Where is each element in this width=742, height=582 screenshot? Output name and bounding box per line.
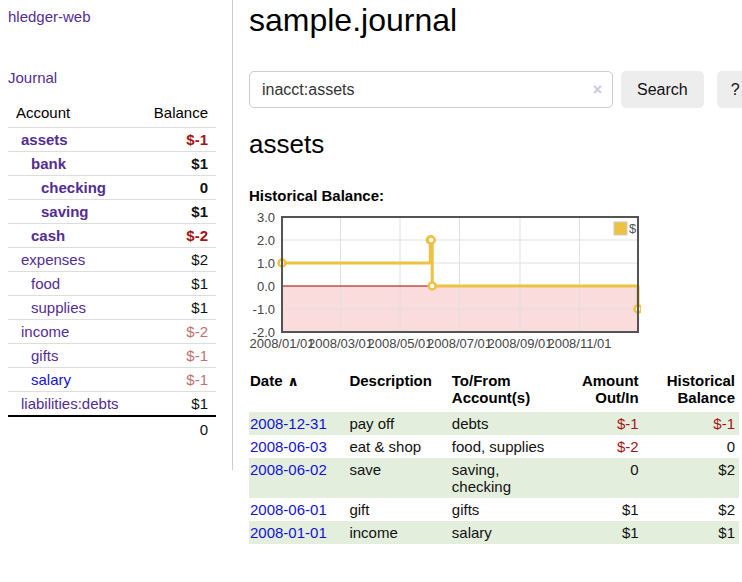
transaction-date-link[interactable]: 2008-12-31: [250, 415, 327, 432]
register-header-date[interactable]: Date∧: [249, 370, 345, 412]
register-date-cell: 2008-12-31: [249, 412, 345, 435]
y-axis-tick-label: 3.0: [257, 212, 275, 225]
register-date-cell: 2008-01-01: [249, 521, 345, 544]
accounts-table: Account Balance assets$-1bank$1checking0…: [8, 100, 216, 442]
sidebar-account-gifts[interactable]: gifts: [31, 347, 59, 364]
account-cell: bank: [8, 152, 135, 176]
register-row: 2008-12-31pay offdebts$-1$-1: [249, 412, 739, 435]
accounts-total-value: 0: [135, 416, 216, 442]
account-balance: $-1: [135, 128, 216, 152]
sidebar-account-liabilities-debts[interactable]: liabilities:debts: [21, 395, 119, 412]
account-row: bank$1: [8, 152, 216, 176]
account-cell: supplies: [8, 296, 135, 320]
account-cell: food: [8, 272, 135, 296]
x-axis-tick-label: 2008/05/01: [367, 336, 432, 351]
register-header-row: Date∧ Description To/From Account(s) Amo…: [249, 370, 739, 412]
account-balance: $-1: [135, 368, 216, 392]
register-header-balance: Historical Balance: [643, 370, 739, 412]
clear-search-icon[interactable]: ×: [593, 82, 602, 98]
account-cell: assets: [8, 128, 135, 152]
account-cell: checking: [8, 176, 135, 200]
sidebar-account-checking[interactable]: checking: [41, 179, 106, 196]
accounts-table-body: assets$-1bank$1checking0saving$1cash$-2e…: [8, 128, 216, 417]
account-cell: cash: [8, 224, 135, 248]
account-title: assets: [249, 129, 742, 160]
register-date-cell: 2008-06-01: [249, 498, 345, 521]
accounts-header-row: Account Balance: [8, 100, 216, 128]
register-row: 2008-06-02savesaving, checking0$2: [249, 458, 739, 498]
register-description: pay off: [345, 412, 447, 435]
register-accounts: saving, checking: [448, 458, 564, 498]
y-axis-tick-label: 0.0: [257, 279, 275, 294]
account-balance: $1: [135, 272, 216, 296]
register-balance: $1: [643, 521, 739, 544]
account-row: cash$-2: [8, 224, 216, 248]
account-row: checking0: [8, 176, 216, 200]
search-input[interactable]: [249, 71, 613, 108]
register-accounts: salary: [448, 521, 564, 544]
transaction-date-link[interactable]: 2008-06-03: [250, 438, 327, 455]
brand-link[interactable]: hledger-web: [8, 8, 91, 25]
sidebar-account-saving[interactable]: saving: [41, 203, 89, 220]
account-row: supplies$1: [8, 296, 216, 320]
register-accounts: food, supplies: [448, 435, 564, 458]
account-row: assets$-1: [8, 128, 216, 152]
sidebar-account-salary[interactable]: salary: [31, 371, 71, 388]
account-row: expenses$2: [8, 248, 216, 272]
account-balance: $-1: [135, 344, 216, 368]
y-axis-tick-label: -1.0: [253, 302, 275, 317]
register-balance: $2: [643, 458, 739, 498]
transaction-date-link[interactable]: 2008-06-02: [250, 461, 327, 478]
account-row: gifts$-1: [8, 344, 216, 368]
sidebar-account-assets[interactable]: assets: [21, 131, 68, 148]
account-cell: saving: [8, 200, 135, 224]
app-layout: hledger-web Journal Account Balance asse…: [0, 0, 742, 569]
transaction-date-link[interactable]: 2008-01-01: [250, 524, 327, 541]
x-axis-tick-label: 2008/03/01: [308, 336, 373, 351]
sidebar-account-cash[interactable]: cash: [31, 227, 65, 244]
x-axis-tick-label: 2008/07/01: [427, 336, 492, 351]
register-table: Date∧ Description To/From Account(s) Amo…: [249, 370, 739, 544]
sidebar-account-income[interactable]: income: [21, 323, 69, 340]
help-button[interactable]: ?: [717, 71, 742, 108]
register-table-body: 2008-12-31pay offdebts$-1$-12008-06-03ea…: [249, 412, 739, 544]
register-amount: 0: [564, 458, 642, 498]
page-title: sample.journal: [249, 2, 742, 39]
accounts-total-spacer: [8, 416, 135, 442]
register-balance: $-1: [643, 412, 739, 435]
sort-asc-icon: ∧: [288, 373, 299, 389]
sidebar-item-journal[interactable]: Journal: [8, 69, 216, 86]
data-point-marker: [429, 283, 436, 290]
register-description: save: [345, 458, 447, 498]
x-axis-tick-label: 2008/11/01: [547, 336, 611, 351]
legend-label: $: [629, 221, 637, 236]
account-row: saving$1: [8, 200, 216, 224]
account-row: liabilities:debts$1: [8, 392, 216, 417]
account-balance: $-2: [135, 320, 216, 344]
sidebar: hledger-web Journal Account Balance asse…: [0, 0, 233, 470]
data-point-marker: [428, 237, 435, 244]
historical-balance-chart: $3.02.01.00.0-1.0-2.02008/01/012008/03/0…: [249, 212, 641, 354]
register-amount: $-2: [564, 435, 642, 458]
search-bar: × Search ?: [249, 71, 742, 108]
sidebar-account-bank[interactable]: bank: [31, 155, 66, 172]
register-accounts: debts: [448, 412, 564, 435]
sidebar-account-food[interactable]: food: [31, 275, 60, 292]
account-cell: income: [8, 320, 135, 344]
register-description: eat & shop: [345, 435, 447, 458]
account-cell: gifts: [8, 344, 135, 368]
account-balance: $1: [135, 392, 216, 417]
register-balance: 0: [643, 435, 739, 458]
transaction-date-link[interactable]: 2008-06-01: [250, 501, 327, 518]
account-cell: salary: [8, 368, 135, 392]
search-button[interactable]: Search: [621, 71, 704, 108]
sidebar-account-supplies[interactable]: supplies: [31, 299, 86, 316]
sidebar-account-expenses[interactable]: expenses: [21, 251, 85, 268]
x-axis-tick-label: 2008/01/01: [249, 336, 314, 351]
register-description: gift: [345, 498, 447, 521]
y-axis-tick-label: 1.0: [257, 256, 275, 271]
account-balance: $2: [135, 248, 216, 272]
account-balance: $1: [135, 296, 216, 320]
account-row: food$1: [8, 272, 216, 296]
legend-swatch-icon: [614, 222, 627, 235]
